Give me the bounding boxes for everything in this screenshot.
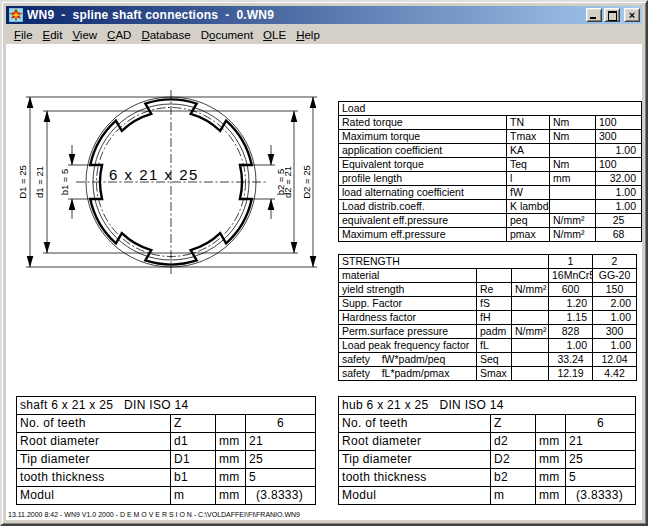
table-row: Maximum torqueTmaxNm300 [339, 130, 642, 144]
cell-value-2: 12.04 [593, 353, 637, 367]
cell-value: 1.00 [596, 144, 642, 158]
cell-symbol: Z [491, 415, 536, 433]
cell-label: load alternating coefficient [339, 186, 507, 200]
cell-symbol [477, 269, 512, 283]
cell-label: No. of teeth [339, 415, 491, 433]
cell-unit: mm [536, 469, 566, 487]
cell-unit [512, 269, 549, 283]
cell-unit [550, 186, 596, 200]
cell-symbol: Teq [507, 158, 550, 172]
table-row: tooth thicknessb1mm5 [17, 469, 316, 487]
cell-value-2: 150 [593, 283, 637, 297]
maximize-button[interactable] [604, 8, 620, 22]
cell-label: Equivalent torque [339, 158, 507, 172]
maximize-icon [608, 11, 617, 21]
table-row: Rated torqueTNNm100 [339, 116, 642, 130]
table-row: Supp. FactorfS1.202.00 [339, 297, 637, 311]
menu-item-ole[interactable]: OLE [258, 28, 291, 42]
cell-symbol: b1 [171, 469, 216, 487]
table-header-row: Load [339, 102, 642, 116]
cell-label: Modul [17, 487, 171, 505]
cell-label: Hardness factor [339, 311, 477, 325]
dim-label-d2: d2 = 21 [282, 166, 293, 198]
cell-label: Maximum eff.pressure [339, 228, 507, 242]
cell-value: 5 [246, 469, 316, 487]
table-row: safety fW*padm/peqSeq33.2412.04 [339, 353, 637, 367]
cell-unit [550, 200, 596, 214]
table-header-row: STRENGTH 1 2 [339, 255, 637, 269]
cell-unit [512, 311, 549, 325]
cell-value: 6 [566, 415, 636, 433]
table-row: application coefficientKA1.00 [339, 144, 642, 158]
cell-unit: mm [550, 172, 596, 186]
close-button[interactable]: × [624, 8, 640, 22]
menu-item-cad[interactable]: CAD [102, 28, 136, 42]
cell-label: Tip diameter [17, 451, 171, 469]
cell-value-1: 1.20 [549, 297, 593, 311]
menu-item-database[interactable]: Database [136, 28, 195, 42]
load-table-title: Load [339, 102, 642, 116]
cell-value-2: 1.00 [593, 311, 637, 325]
cell-symbol: Re [477, 283, 512, 297]
cell-value: 68 [596, 228, 642, 242]
cell-value: 5 [566, 469, 636, 487]
cell-value: 300 [596, 130, 642, 144]
cell-symbol: b2 [491, 469, 536, 487]
menu-item-help[interactable]: Help [291, 28, 325, 42]
strength-col-1: 1 [549, 255, 593, 269]
menu-bar: FileEditViewCADDatabaseDocumentOLEHelp [6, 26, 642, 44]
cell-value: 32.00 [596, 172, 642, 186]
menu-item-file[interactable]: File [9, 28, 38, 42]
cell-symbol: D1 [171, 451, 216, 469]
cell-label: Supp. Factor [339, 297, 477, 311]
cell-label: equivalent eff.pressure [339, 214, 507, 228]
cell-unit [512, 353, 549, 367]
dim-label-b1: b1 = 5 [59, 169, 70, 196]
cell-unit: mm [536, 487, 566, 505]
cell-label: Modul [339, 487, 491, 505]
cell-value: 21 [566, 433, 636, 451]
cell-value: 1.00 [596, 200, 642, 214]
table-row: safety fL*padm/pmaxSmax12.194.42 [339, 367, 637, 381]
table-row: Load distrib.coeff.K lambda1.00 [339, 200, 642, 214]
cell-symbol: K lambda [507, 200, 550, 214]
cell-symbol: Z [171, 415, 216, 433]
cell-unit: Nm [550, 116, 596, 130]
cell-symbol: l [507, 172, 550, 186]
cell-unit [216, 415, 246, 433]
cell-unit: N/mm² [550, 214, 596, 228]
table-row: Perm.surface pressurepadmN/mm²828300 [339, 325, 637, 339]
cell-symbol: d2 [491, 433, 536, 451]
minimize-button[interactable] [586, 8, 602, 22]
table-row: yield strengthReN/mm²600150 [339, 283, 637, 297]
cell-unit: mm [216, 469, 246, 487]
table-row: load alternating coefficientfW1.00 [339, 186, 642, 200]
cell-value: 100 [596, 158, 642, 172]
cell-value: 25 [596, 214, 642, 228]
cell-value-1: 33.24 [549, 353, 593, 367]
table-row: No. of teethZ6 [17, 415, 316, 433]
hub-table: hub 6 x 21 x 25 DIN ISO 14 No. of teethZ… [338, 396, 636, 505]
table-row: Tip diameterD1mm25 [17, 451, 316, 469]
cell-label: tooth thickness [17, 469, 171, 487]
strength-table: STRENGTH 1 2 material16MnCr5GG-20yield s… [338, 254, 637, 381]
cell-symbol: pmax [507, 228, 550, 242]
table-row: Root diameterd2mm21 [339, 433, 636, 451]
cell-symbol: Seq [477, 353, 512, 367]
table-row: equivalent eff.pressurepeqN/mm²25 [339, 214, 642, 228]
table-row: Modulmmm(3.8333) [339, 487, 636, 505]
table-row: Modulmmm(3.8333) [17, 487, 316, 505]
title-bar[interactable]: WN9 - spline shaft connections - 0.WN9 × [6, 6, 642, 24]
cell-unit: N/mm² [550, 228, 596, 242]
window-title: WN9 - spline shaft connections - 0.WN9 [27, 8, 584, 22]
menu-item-edit[interactable]: Edit [38, 28, 68, 42]
cell-value-2: 4.42 [593, 367, 637, 381]
menu-item-document[interactable]: Document [196, 28, 258, 42]
cell-symbol: padm [477, 325, 512, 339]
table-row: profile lengthlmm32.00 [339, 172, 642, 186]
cell-value-2: GG-20 [593, 269, 637, 283]
minimize-icon [590, 17, 596, 19]
cell-unit [512, 339, 549, 353]
menu-item-view[interactable]: View [67, 28, 102, 42]
table-row: material16MnCr5GG-20 [339, 269, 637, 283]
